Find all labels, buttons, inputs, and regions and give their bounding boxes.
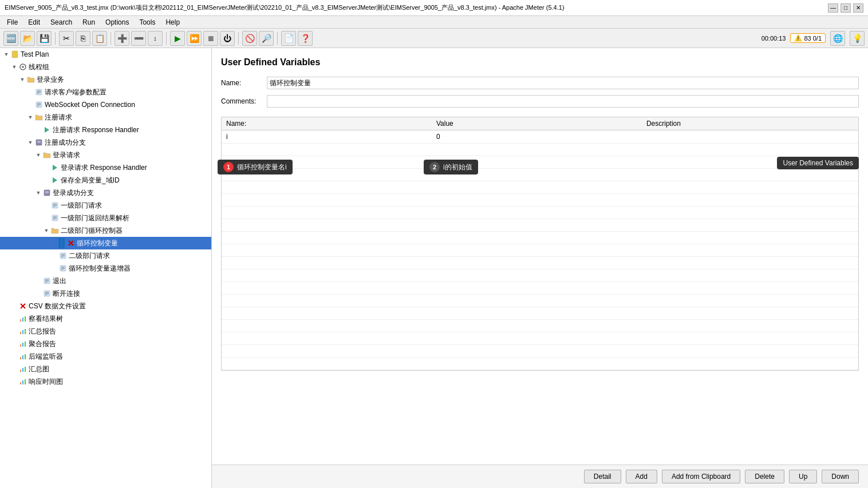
sidebar-item-dept2-loop[interactable]: ▼二级部门循环控制器 [0,224,211,237]
stop-button[interactable]: ⏹ [203,31,218,46]
sidebar-item-thread-group[interactable]: ▼线程组 [0,61,211,73]
sidebar-item-test-plan[interactable]: ▼Test Plan [0,48,211,61]
cut-button[interactable]: ✂ [59,31,74,46]
sidebar-item-register-branch[interactable]: ▼注册成功分支 [0,136,211,149]
table-row-empty [222,295,858,307]
variables-table-body: i0 [222,130,858,370]
down-button[interactable]: Down [822,470,859,483]
sidebar-item-register-handler[interactable]: 注册请求 Response Handler [0,124,211,136]
minimize-button[interactable]: — [828,3,838,13]
sidebar: ▼Test Plan▼线程组▼登录业务请求客户端参数配置WebSocket Op… [0,48,212,488]
expand-icon-login-branch[interactable]: ▼ [34,189,42,197]
sidebar-item-label-dept1-result: 一级部门返回结果解析 [61,213,129,223]
menu-item-run[interactable]: Run [78,17,100,27]
sidebar-item-dept1-req[interactable]: 一级部门请求 [0,199,211,212]
sidebar-item-websocket-open[interactable]: WebSocket Open Connection [0,98,211,111]
sidebar-item-dept2-req[interactable]: 二级部门请求 [0,249,211,262]
sidebar-item-loop-counter[interactable]: 循环控制变量递增器 [0,262,211,275]
col-header-description: Description [642,117,858,130]
expand-icon-register-handler [34,126,42,134]
expand-icon-dept1-req [42,201,50,209]
sidebar-item-loop-var[interactable]: 循环控制变量 [0,237,211,249]
shutdown-button[interactable]: ⏻ [220,31,235,46]
remove-button[interactable]: ➖ [131,31,146,46]
window-title: EIMServer_9005_产品_v8.3_test.jmx (D:\work… [5,3,828,12]
sidebar-item-dept1-result[interactable]: 一级部门返回结果解析 [0,212,211,224]
sidebar-item-login-branch[interactable]: ▼登录成功分支 [0,187,211,199]
lang-button[interactable]: 🌐 [830,31,845,46]
sidebar-item-logout[interactable]: 退出 [0,275,211,287]
sidebar-item-label-backend-listener: 后端监听器 [29,352,63,362]
menu-item-file[interactable]: File [2,17,22,27]
sidebar-item-client-config[interactable]: 请求客户端参数配置 [0,86,211,98]
help-button[interactable]: ❓ [298,31,313,46]
new-button[interactable]: 🆕 [3,31,18,46]
expand-icon-register-req[interactable]: ▼ [26,113,34,121]
svg-rect-53 [25,329,26,334]
up-button[interactable]: Up [789,470,817,483]
sidebar-item-login-handler[interactable]: 登录请求 Response Handler [0,161,211,174]
paste-button[interactable]: 📋 [92,31,107,46]
expand-icon-client-config [26,88,34,96]
name-input[interactable] [267,77,859,89]
tree-icon-login-service [26,75,35,84]
add-button[interactable]: ➕ [115,31,129,46]
tree-icon-loop-var [66,239,76,248]
sidebar-item-csv-config[interactable]: CSV 数据文件设置 [0,300,211,312]
open-button[interactable]: 📂 [20,31,35,46]
tree-icon-dept2-loop [50,226,60,235]
sidebar-item-aggregate-report[interactable]: 聚合报告 [0,338,211,350]
extra-button[interactable]: 💡 [850,31,865,46]
sidebar-item-disconnect[interactable]: 断开连接 [0,287,211,300]
expand-button[interactable]: ↕ [148,31,163,46]
search-button[interactable]: 🔎 [259,31,274,46]
save-button-toolbar[interactable]: 💾 [37,31,52,46]
expand-icon-login-service[interactable]: ▼ [18,76,26,84]
sidebar-item-response-time[interactable]: 响应时间图 [0,375,211,388]
sidebar-item-save-global[interactable]: 保存全局变量_域ID [0,174,211,187]
sidebar-item-summary-graph[interactable]: 汇总图 [0,363,211,375]
close-button[interactable]: ✕ [853,3,863,13]
maximize-button[interactable]: □ [841,3,851,13]
add-button-bottom[interactable]: Add [626,470,657,483]
svg-rect-60 [20,370,21,372]
copy-button[interactable]: ⎘ [76,31,90,46]
menu-item-options[interactable]: Options [101,17,133,27]
expand-icon-register-branch[interactable]: ▼ [26,138,34,146]
sidebar-item-login-req[interactable]: ▼登录请求 [0,149,211,161]
run-button[interactable]: ▶ [170,31,185,46]
tree-icon-register-handler [42,125,52,134]
menu-item-help[interactable]: Help [161,17,184,27]
comments-label: Comments: [221,97,267,105]
clear-button[interactable]: 🚫 [242,31,257,46]
table-row-empty [222,257,858,269]
sidebar-item-label-register-handler: 注册请求 Response Handler [53,125,139,135]
expand-icon-dept2-loop[interactable]: ▼ [42,227,50,235]
expand-icon-dept1-result [42,214,50,222]
expand-icon-loop-counter [50,264,58,272]
add-from-clipboard-button[interactable]: Add from Clipboard [662,470,740,483]
menu-item-search[interactable]: Search [46,17,77,27]
table-row[interactable]: i0 [222,130,858,144]
delete-button[interactable]: Delete [745,470,784,483]
menu-item-tools[interactable]: Tools [135,17,160,27]
tree-icon-save-global [50,176,60,185]
tree-icon-loop-counter [58,264,68,273]
start-no-pause-button[interactable]: ⏩ [187,31,202,46]
templates-button[interactable]: 📄 [281,31,296,46]
sidebar-item-register-req[interactable]: ▼注册请求 [0,111,211,124]
table-row-empty [222,244,858,257]
sidebar-item-summary-report[interactable]: 汇总报告 [0,325,211,338]
expand-icon-thread-group[interactable]: ▼ [10,63,18,71]
sidebar-item-login-service[interactable]: ▼登录业务 [0,73,211,86]
expand-icon-login-req[interactable]: ▼ [34,151,42,159]
expand-icon-test-plan[interactable]: ▼ [2,50,10,58]
table-row-empty [222,207,858,219]
detail-button[interactable]: Detail [584,470,621,483]
sidebar-item-view-results[interactable]: 察看结果树 [0,312,211,325]
table-row-empty [222,156,858,169]
menu-item-edit[interactable]: Edit [23,17,45,27]
sidebar-item-backend-listener[interactable]: 后端监听器 [0,350,211,363]
tree-icon-summary-graph [18,364,27,374]
comments-input[interactable] [267,95,859,108]
